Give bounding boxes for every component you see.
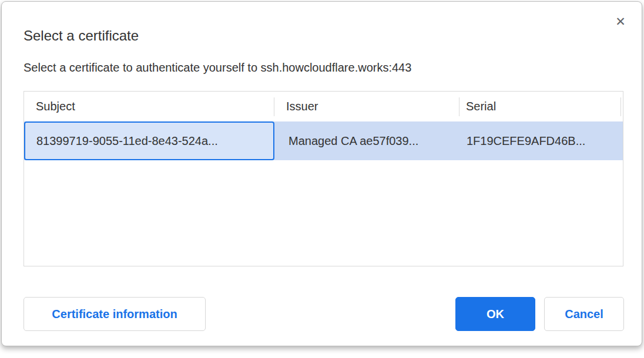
close-icon[interactable]: ✕ (612, 13, 629, 30)
cell-issuer[interactable]: Managed CA ae57f039... (289, 121, 459, 160)
cell-subject[interactable]: 81399719-9055-11ed-8e43-524a... (24, 121, 274, 160)
ok-button[interactable]: OK (455, 297, 535, 331)
column-header-subject: Subject (36, 92, 75, 121)
certificate-information-button[interactable]: Certificate information (24, 297, 206, 331)
cancel-button[interactable]: Cancel (544, 297, 624, 331)
column-divider (620, 97, 621, 116)
certificate-picker-dialog: ✕ Select a certificate Select a certific… (1, 1, 642, 346)
table-header-row: Subject Issuer Serial (24, 92, 623, 121)
column-header-issuer: Issuer (286, 92, 318, 121)
column-divider (274, 97, 274, 116)
cell-serial[interactable]: 1F19CEFE9AFD46B... (467, 121, 623, 160)
dialog-subtitle: Select a certificate to authenticate you… (24, 61, 411, 75)
certificate-table: Subject Issuer Serial Managed CA ae57f03… (24, 91, 623, 266)
column-header-serial: Serial (466, 92, 496, 121)
dialog-title: Select a certificate (24, 28, 139, 44)
certificate-row-selected[interactable]: Managed CA ae57f039... 1F19CEFE9AFD46B..… (24, 121, 623, 160)
column-divider (459, 97, 459, 116)
